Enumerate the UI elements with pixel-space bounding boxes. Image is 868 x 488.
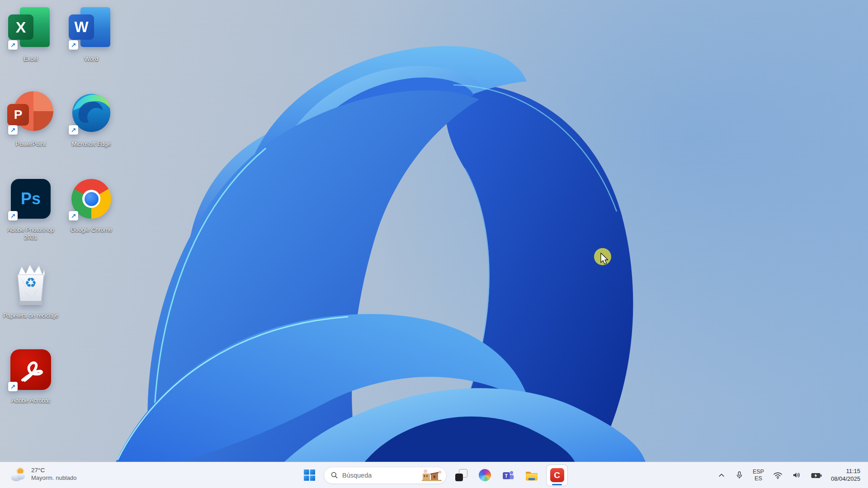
copilot-icon (479, 469, 491, 481)
running-app-indicator (552, 484, 562, 485)
word-letter: W (69, 14, 94, 40)
speaker-icon (792, 470, 802, 480)
powerpoint-letter: P (7, 104, 29, 126)
language-indicator[interactable]: ESP ES (751, 467, 765, 483)
desktop-icon-recycle-bin[interactable]: ♻ Papelera de reciclaje (3, 261, 59, 320)
chrome-icon: ↗ (68, 175, 115, 222)
hidden-icons-button[interactable] (716, 469, 727, 481)
desktop-icon-word[interactable]: W ↗ Word (63, 5, 119, 63)
volume-button[interactable] (790, 469, 803, 482)
teams-letter: T (505, 473, 508, 478)
desktop-icon-photoshop[interactable]: Ps ↗ Adobe Photoshop 2021 (3, 175, 59, 242)
wallpaper-bloom (0, 0, 868, 462)
microphone-button[interactable] (733, 469, 745, 481)
clock[interactable]: 11:15 08/04/2025 (830, 466, 862, 484)
system-tray: ESP ES (716, 462, 862, 488)
search-icon (330, 471, 338, 479)
start-button[interactable] (300, 466, 318, 484)
shortcut-arrow-icon: ↗ (8, 211, 18, 221)
camtasia-icon: C (550, 468, 564, 482)
taskbar-center: Búsqueda (300, 462, 568, 488)
desktop-icon-powerpoint[interactable]: P ↗ PowerPoint (3, 89, 59, 148)
excel-icon: X ↗ (7, 5, 54, 52)
photoshop-icon: Ps ↗ (7, 175, 54, 222)
camtasia-button[interactable]: C (546, 465, 568, 486)
teams-icon: T (502, 469, 514, 482)
shortcut-arrow-icon: ↗ (69, 125, 78, 135)
weather-temperature: 27°C (31, 467, 76, 474)
word-icon: W ↗ (68, 5, 115, 52)
desktop-icon-chrome[interactable]: ↗ Google Chrome (63, 175, 119, 234)
desktop: X ↗ Excel W ↗ Word P ↗ PowerPoint (0, 0, 868, 488)
icon-label: PowerPoint (16, 141, 46, 148)
icon-label: Adobe Photoshop 2021 (3, 226, 59, 242)
wifi-button[interactable] (771, 469, 784, 482)
date: 08/04/2025 (831, 475, 860, 483)
icon-label: Microsoft Edge (72, 141, 111, 148)
powerpoint-icon: P ↗ (7, 89, 54, 136)
battery-charging-icon (811, 470, 822, 480)
microphone-icon (735, 470, 744, 480)
weather-cloudy-icon (9, 466, 27, 483)
shortcut-arrow-icon: ↗ (8, 382, 18, 391)
file-explorer-icon (525, 469, 538, 481)
edge-icon: ↗ (68, 89, 115, 136)
taskbar: 27°C Mayorm. nublado Búsq (0, 462, 868, 488)
recycle-symbol: ♻ (7, 275, 54, 291)
language-line2: ES (753, 475, 764, 482)
excel-letter: X (8, 14, 33, 40)
language-line1: ESP (753, 469, 764, 475)
shortcut-arrow-icon: ↗ (69, 211, 78, 221)
chevron-up-icon (717, 471, 726, 480)
task-view-icon (455, 469, 467, 481)
icon-label: Word (85, 56, 99, 63)
shortcut-arrow-icon: ↗ (69, 40, 78, 50)
task-view-button[interactable] (452, 466, 470, 484)
icon-label: Papelera de reciclaje (3, 312, 58, 320)
search-placeholder: Búsqueda (342, 472, 372, 479)
wifi-icon (773, 470, 783, 480)
battery-button[interactable] (809, 469, 824, 482)
desktop-icon-acrobat[interactable]: ↗ Adobe Acrobat (3, 346, 59, 405)
icon-label: Excel (24, 56, 38, 63)
mouse-cursor (591, 246, 615, 270)
desktop-icon-edge[interactable]: ↗ Microsoft Edge (63, 89, 119, 148)
weather-condition: Mayorm. nublado (31, 474, 76, 482)
search-highlight-image (420, 468, 443, 483)
windows-logo-icon (304, 469, 315, 481)
weather-widget[interactable]: 27°C Mayorm. nublado (5, 465, 80, 483)
acrobat-icon: ↗ (7, 346, 54, 393)
file-explorer-button[interactable] (523, 466, 541, 484)
time: 11:15 (831, 468, 860, 475)
shortcut-arrow-icon: ↗ (8, 40, 18, 50)
recycle-bin-icon: ♻ (7, 261, 54, 308)
teams-button[interactable]: T (499, 466, 517, 484)
search-box[interactable]: Búsqueda (324, 467, 447, 484)
shortcut-arrow-icon: ↗ (8, 125, 18, 135)
copilot-button[interactable] (476, 466, 494, 484)
icon-label: Adobe Acrobat (11, 397, 50, 405)
icon-label: Google Chrome (71, 226, 112, 234)
desktop-icon-excel[interactable]: X ↗ Excel (3, 5, 59, 63)
